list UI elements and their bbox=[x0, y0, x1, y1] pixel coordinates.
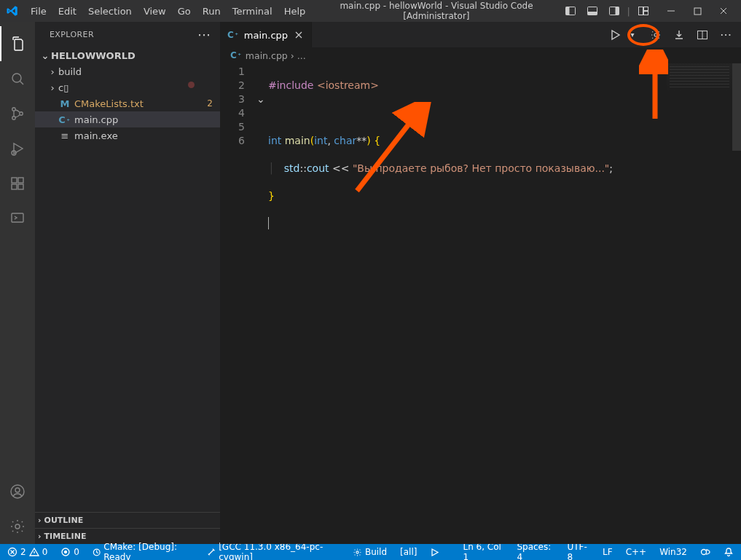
explorer-more-icon[interactable]: ⋯ bbox=[197, 27, 211, 42]
menu-selection[interactable]: Selection bbox=[82, 3, 138, 20]
tree-file-maincpp[interactable]: C﹢ main.cpp bbox=[35, 111, 220, 127]
svg-point-10 bbox=[12, 74, 21, 82]
status-debug-launch[interactable] bbox=[428, 544, 441, 560]
titlebar: File Edit Selection View Go Run Terminal… bbox=[0, 0, 741, 22]
status-tests[interactable]: [all] bbox=[399, 544, 418, 560]
tree-root[interactable]: ⌄ HELLOWWORLD bbox=[35, 47, 220, 63]
status-kit[interactable]: [GCC 11.3.0 x86_64-pc-cygwin] bbox=[205, 544, 341, 560]
menu-terminal[interactable]: Terminal bbox=[227, 3, 278, 20]
run-file-button[interactable] bbox=[607, 27, 623, 43]
activity-run-debug-icon[interactable] bbox=[0, 131, 35, 166]
chevron-right-icon: › bbox=[38, 532, 42, 541]
window-close-icon[interactable] bbox=[710, 0, 737, 22]
activity-explorer-icon[interactable] bbox=[0, 26, 35, 61]
binary-file-icon: ≡ bbox=[58, 130, 71, 141]
vscode-logo-icon bbox=[6, 4, 19, 17]
svg-rect-17 bbox=[18, 184, 23, 189]
svg-rect-8 bbox=[644, 12, 648, 15]
svg-rect-3 bbox=[587, 12, 597, 15]
activity-search-icon[interactable] bbox=[0, 61, 35, 96]
tree-root-label: HELLOWWORLD bbox=[51, 50, 220, 61]
chevron-right-icon: › bbox=[47, 82, 58, 93]
menu-edit[interactable]: Edit bbox=[52, 3, 82, 20]
activity-scm-icon[interactable] bbox=[0, 96, 35, 131]
menu-view[interactable]: View bbox=[138, 3, 172, 20]
toggle-secondary-sidebar-icon[interactable] bbox=[605, 2, 623, 20]
editor-more-icon[interactable]: ⋯ bbox=[718, 27, 734, 43]
tree-folder[interactable]: › build bbox=[35, 63, 220, 79]
svg-point-21 bbox=[15, 488, 20, 492]
svg-point-30 bbox=[702, 550, 707, 555]
window-maximize-icon[interactable] bbox=[684, 0, 710, 22]
svg-rect-15 bbox=[12, 178, 17, 183]
breadcrumb-file: main.cpp bbox=[246, 50, 288, 61]
layout-controls: | bbox=[562, 2, 652, 20]
tree-item-label: main.exe bbox=[74, 130, 220, 141]
status-eol[interactable]: LF bbox=[601, 544, 614, 560]
tab-close-icon[interactable] bbox=[292, 28, 305, 42]
vertical-scrollbar[interactable] bbox=[732, 63, 741, 544]
status-platform[interactable]: Win32 bbox=[658, 544, 689, 560]
chevron-right-icon: › bbox=[38, 516, 42, 525]
status-bell-icon[interactable] bbox=[722, 544, 735, 560]
menu-file[interactable]: File bbox=[25, 3, 52, 20]
status-bar: 2 0 0 CMake: [Debug]: Ready [GCC 11.3.0 … bbox=[0, 544, 741, 560]
explorer-title: EXPLORER bbox=[50, 30, 94, 39]
svg-point-29 bbox=[356, 551, 358, 553]
outline-section[interactable]: › OUTLINE bbox=[35, 512, 220, 528]
toggle-primary-sidebar-icon[interactable] bbox=[562, 2, 579, 20]
svg-point-13 bbox=[20, 112, 23, 115]
tree-item-label: main.cpp bbox=[74, 114, 220, 125]
cmake-file-icon: M bbox=[58, 98, 71, 109]
text-cursor bbox=[268, 217, 269, 229]
status-feedback-icon[interactable] bbox=[699, 544, 712, 560]
line-gutter: 1 2 3 4 5 6 bbox=[220, 63, 256, 544]
status-lang[interactable]: C++ bbox=[624, 544, 648, 560]
window-controls bbox=[658, 0, 737, 22]
svg-rect-9 bbox=[694, 8, 701, 15]
code-content[interactable]: #include <iostream> int main(int, char**… bbox=[256, 63, 741, 544]
tree-file-mainexe[interactable]: ≡ main.exe bbox=[35, 127, 220, 143]
download-icon[interactable] bbox=[671, 27, 687, 43]
window-minimize-icon[interactable] bbox=[658, 0, 684, 22]
split-editor-icon[interactable] bbox=[694, 27, 710, 43]
status-cmake[interactable]: CMake: [Debug]: Ready bbox=[91, 544, 195, 560]
status-ports[interactable]: 0 bbox=[59, 544, 81, 560]
status-encoding[interactable]: UTF-8 bbox=[565, 544, 591, 560]
timeline-label: TIMELINE bbox=[44, 532, 87, 541]
chevron-down-icon: ⌄ bbox=[39, 50, 51, 61]
toggle-panel-icon[interactable] bbox=[584, 2, 601, 20]
folding-column: ⌄ bbox=[256, 65, 265, 106]
tab-maincpp[interactable]: C﹢ main.cpp bbox=[220, 22, 312, 47]
minimap[interactable] bbox=[667, 63, 732, 107]
breakpoint-icon[interactable] bbox=[188, 82, 195, 88]
svg-point-22 bbox=[15, 524, 20, 529]
svg-point-11 bbox=[12, 108, 15, 111]
code-editor[interactable]: 1 2 3 4 5 6 ⌄ #include <iostream> int ma… bbox=[220, 63, 741, 544]
activity-remote-icon[interactable] bbox=[0, 201, 35, 236]
status-build[interactable]: Build bbox=[351, 544, 388, 560]
activity-extensions-icon[interactable] bbox=[0, 166, 35, 201]
status-cursor[interactable]: Ln 6, Col 1 bbox=[461, 544, 505, 560]
svg-rect-5 bbox=[615, 7, 619, 15]
svg-rect-18 bbox=[18, 178, 23, 183]
window-title: main.cpp - hellowWorld - Visual Studio C… bbox=[311, 1, 561, 21]
run-dropdown-icon[interactable]: ▾ bbox=[624, 27, 640, 43]
activity-accounts-icon[interactable] bbox=[0, 474, 35, 509]
activity-bar bbox=[0, 22, 35, 544]
svg-rect-6 bbox=[639, 7, 643, 15]
status-spaces[interactable]: Spaces: 4 bbox=[515, 544, 555, 560]
status-problems[interactable]: 2 0 bbox=[6, 544, 49, 560]
settings-gear-icon[interactable] bbox=[648, 27, 664, 43]
menu-run[interactable]: Run bbox=[197, 3, 227, 20]
tree-file-cmakelists[interactable]: M CMakeLists.txt 2 bbox=[35, 95, 220, 111]
tree-item-badge: 2 bbox=[207, 98, 220, 109]
menu-help[interactable]: Help bbox=[278, 3, 312, 20]
menu-go[interactable]: Go bbox=[172, 3, 197, 20]
svg-point-12 bbox=[12, 117, 15, 119]
fold-chevron-icon[interactable]: ⌄ bbox=[256, 92, 265, 106]
cpp-file-icon: C﹢ bbox=[230, 50, 243, 60]
activity-settings-icon[interactable] bbox=[0, 509, 35, 544]
breadcrumbs[interactable]: C﹢ main.cpp › ... bbox=[220, 47, 741, 63]
customize-layout-icon[interactable] bbox=[635, 2, 652, 20]
